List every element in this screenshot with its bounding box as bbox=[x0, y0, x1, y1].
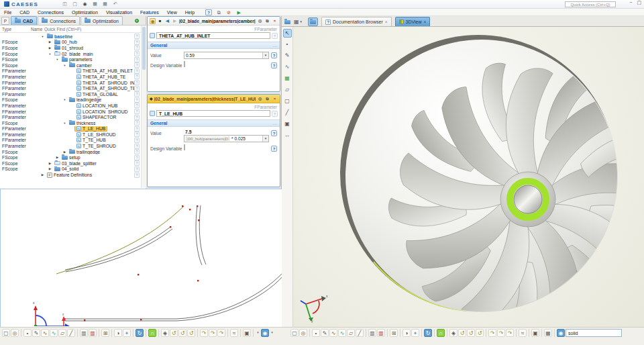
shaded-view-icon[interactable]: ◑ bbox=[114, 329, 122, 337]
row-help-button[interactable]: ? bbox=[134, 57, 140, 62]
save-icon[interactable]: ▦ bbox=[91, 1, 99, 7]
menu-features[interactable]: Features bbox=[136, 10, 163, 15]
expander-icon[interactable]: ▾ bbox=[62, 121, 67, 125]
zoom-previous-icon[interactable]: ◎ bbox=[11, 329, 19, 337]
expander-icon[interactable]: ▾ bbox=[62, 98, 67, 101]
menu-visualization[interactable]: Visualization bbox=[102, 10, 136, 15]
tree-row[interactable]: FScope▾leadingedge? bbox=[0, 97, 141, 103]
row-help-button[interactable]: ? bbox=[134, 115, 140, 120]
tree-row[interactable]: FScope▶04_solid? bbox=[0, 166, 141, 172]
control-points[interactable] bbox=[64, 205, 199, 321]
undo-icon[interactable]: ↶ bbox=[111, 1, 119, 7]
orbit-icon[interactable]: ↻ bbox=[136, 329, 144, 337]
row-help-button[interactable]: ? bbox=[134, 109, 140, 114]
copy-icon[interactable]: ⧉ bbox=[264, 96, 270, 102]
row-help-button[interactable]: ? bbox=[134, 62, 140, 68]
tree-item[interactable]: 01_shroud bbox=[52, 45, 85, 51]
tree-item[interactable]: ∿LOCATION_SHROUD bbox=[74, 109, 129, 115]
tree-row[interactable]: FScope▾camber? bbox=[0, 62, 141, 68]
expander-icon[interactable]: ▾ bbox=[48, 52, 52, 56]
rotate-cw-x-icon[interactable]: ↷ bbox=[488, 329, 496, 337]
menu-cad[interactable]: CAD bbox=[15, 10, 34, 15]
layout-grid-dropdown[interactable]: ▦▼ bbox=[293, 17, 303, 26]
rotate-cw-z-icon[interactable]: ↷ bbox=[506, 329, 514, 337]
row-help-button[interactable]: ? bbox=[134, 51, 140, 56]
row-help-button[interactable]: ? bbox=[134, 144, 140, 149]
expander-icon[interactable]: ▶ bbox=[55, 156, 60, 159]
design-variable-checkbox[interactable] bbox=[184, 144, 185, 150]
object-search-input[interactable] bbox=[566, 329, 622, 337]
tab-3dview[interactable]: 3DView × bbox=[395, 17, 431, 26]
row-help-button[interactable]: ? bbox=[134, 34, 140, 39]
rotate-cw-y-icon[interactable]: ↷ bbox=[209, 329, 217, 337]
tree-row[interactable]: ▾baseline? bbox=[0, 34, 141, 40]
tree-row[interactable]: FScope▶00_hub? bbox=[0, 40, 141, 46]
back-icon[interactable]: ◀ bbox=[164, 18, 170, 24]
search-icon[interactable]: ◉ bbox=[557, 329, 565, 337]
tree-row[interactable]: ▶FFeature Definitions? bbox=[0, 172, 141, 178]
row-help-button[interactable]: ? bbox=[134, 45, 140, 50]
close-icon[interactable]: × bbox=[272, 96, 278, 102]
rotate-ccw-y-icon[interactable]: ↺ bbox=[467, 329, 475, 337]
tree-item[interactable]: ∿T_TE_HUB bbox=[74, 138, 108, 144]
shaded-view-icon[interactable]: ◑ bbox=[402, 329, 411, 337]
maximize-button[interactable]: ▢ bbox=[637, 0, 641, 5]
triad-icon[interactable]: ⌖ bbox=[411, 329, 419, 337]
close-tab-icon[interactable]: × bbox=[385, 19, 388, 24]
parameter-token[interactable]: |00_hub|parameters|D bbox=[186, 136, 229, 141]
menu-file[interactable]: File bbox=[0, 10, 15, 15]
menu-view[interactable]: View bbox=[163, 10, 181, 15]
close-tab-icon[interactable]: × bbox=[424, 19, 427, 24]
tree-item[interactable]: baseline bbox=[45, 34, 74, 40]
section-more-icon[interactable]: … bbox=[272, 121, 277, 126]
transform-icon[interactable]: ↔ bbox=[283, 132, 292, 140]
name-help-button[interactable]: ? bbox=[272, 111, 278, 117]
select-icon[interactable]: ↖ bbox=[283, 29, 292, 38]
name-input[interactable]: THETA_AT_HUB_INLET bbox=[156, 32, 270, 39]
rotate-cw-z-icon[interactable]: ↷ bbox=[217, 329, 225, 337]
tree-row[interactable]: FParameter∿LOCATION_SHROUD? bbox=[0, 109, 141, 115]
copy-icon[interactable]: ⧉ bbox=[215, 9, 222, 15]
tree-item[interactable]: FFeature Definitions bbox=[45, 172, 94, 178]
metasurface-icon[interactable]: ▦ bbox=[283, 75, 292, 83]
row-help-button[interactable]: ? bbox=[134, 74, 140, 79]
lock-icon[interactable]: ∩ bbox=[437, 329, 445, 337]
name-help-button[interactable]: ? bbox=[272, 33, 278, 39]
tree-item[interactable]: ∿LOCATION_HUB bbox=[74, 103, 119, 109]
expander-icon[interactable]: ▶ bbox=[48, 46, 52, 50]
design-help-button[interactable]: ? bbox=[271, 146, 277, 152]
expander-icon[interactable]: ▶ bbox=[40, 173, 45, 177]
fcurve-icon[interactable]: ∿ bbox=[50, 329, 58, 337]
expander-icon[interactable]: ▶ bbox=[62, 150, 67, 154]
copy-icon[interactable]: ⧉ bbox=[264, 18, 270, 24]
rotate-ccw-z-icon[interactable]: ↺ bbox=[187, 329, 195, 337]
row-help-button[interactable]: ? bbox=[134, 172, 140, 178]
row-help-button[interactable]: ? bbox=[134, 160, 140, 166]
row-help-button[interactable]: ? bbox=[134, 68, 140, 74]
grid-display-icon[interactable]: ▦ bbox=[544, 329, 552, 337]
viewport-2d[interactable]: x z x bbox=[0, 189, 288, 327]
run-icon[interactable]: ▶ bbox=[235, 9, 242, 15]
general-section-header[interactable]: General … bbox=[148, 119, 280, 127]
forward-icon[interactable]: ▶ bbox=[172, 18, 178, 24]
viewport-3d[interactable]: ↖•✎∿▦▱▢╱▣↔ bbox=[282, 27, 644, 327]
point-icon[interactable]: • bbox=[23, 329, 32, 337]
curve-icon[interactable]: ∿ bbox=[41, 329, 49, 337]
tree-item[interactable]: setup bbox=[60, 154, 83, 160]
tree-row[interactable]: FParameter∿THETA_AT_SHROUD_INLET? bbox=[0, 80, 141, 86]
rotate-ccw-z-icon[interactable]: ↺ bbox=[476, 329, 484, 337]
general-section-header[interactable]: General … bbox=[148, 42, 280, 49]
point-icon[interactable]: • bbox=[312, 329, 320, 337]
tree-row[interactable]: FScope▶01_shroud? bbox=[0, 45, 141, 51]
row-help-button[interactable]: ? bbox=[134, 155, 140, 160]
tree-item[interactable]: 02_blade_main bbox=[52, 51, 95, 57]
section-icon[interactable]: ≈ bbox=[519, 329, 527, 337]
tree-item[interactable]: ∿THETA_AT_SHROUD_INLET bbox=[74, 80, 134, 86]
grid-icon[interactable]: ⊞ bbox=[390, 329, 398, 337]
tree-row[interactable]: FParameter∿LOCATION_HUB? bbox=[0, 103, 141, 109]
snapshot-icon[interactable]: ▣ bbox=[243, 329, 251, 337]
tree-row[interactable]: FScope▾parameters? bbox=[0, 56, 141, 62]
tree-scrollbar[interactable] bbox=[141, 26, 146, 188]
tree-row[interactable]: FParameter∿THETA_AT_SHROUD_TE? bbox=[0, 85, 141, 91]
plane-icon[interactable]: ▥ bbox=[368, 329, 376, 337]
